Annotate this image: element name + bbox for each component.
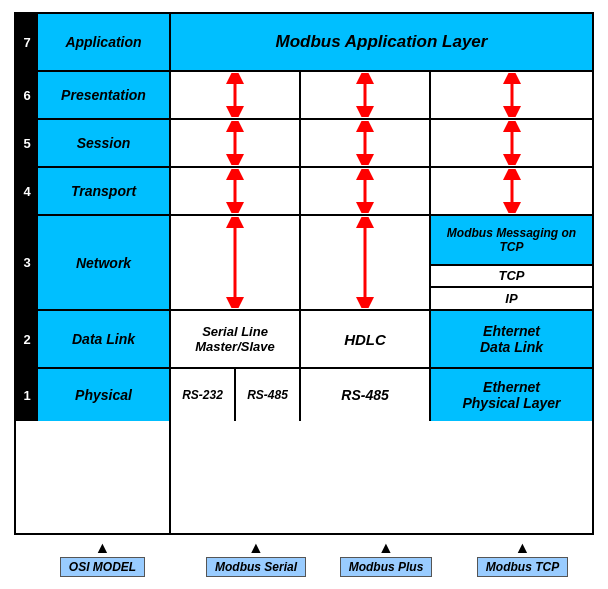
osi-label-transport: Transport [38,168,169,214]
tcp-box: TCP [431,266,592,289]
tcp-network-cell: Modbus Messaging on TCP TCP IP [431,216,592,309]
osi-label-session: Session [38,120,169,166]
osi-label-datalink: Data Link [38,311,169,367]
osi-number-7: 7 [16,14,38,70]
red-arrow-tcp-sess [502,121,522,165]
arrow-up-serial: ▲ [248,539,264,557]
ethernet-datalink-cell: Ehternet Data Link [431,311,592,367]
bottom-text-osi: OSI MODEL [60,557,145,577]
red-arrow-serial-pres [225,73,245,117]
osi-labels: 7 Application 6 Presentation 5 Session 4… [16,14,171,533]
bottom-label-tcp: ▲ Modbus TCP [451,539,594,577]
bottom-label-plus: ▲ Modbus Plus [321,539,451,577]
osi-row-7: 7 Application [16,14,169,72]
app-layer-row: Modbus Application Layer [171,14,592,72]
red-arrow-serial-sess [225,121,245,165]
row-presentation [171,72,592,120]
content-area: Modbus Application Layer [171,14,592,533]
osi-row-1: 1 Physical [16,369,169,421]
serial-pres-cell [171,72,301,118]
red-arrow-hdlc-sess [355,121,375,165]
bottom-label-osi: ▲ OSI MODEL [14,539,191,577]
red-arrow-serial-network [225,217,245,308]
red-arrow-tcp-pres [502,73,522,117]
bottom-label-serial: ▲ Modbus Serial [191,539,321,577]
row-session [171,120,592,168]
arrow-up-osi: ▲ [95,539,111,557]
osi-label-physical: Physical [38,369,169,421]
row-physical: RS-232 RS-485 RS-485 Ethernet Physical L… [171,369,592,421]
osi-label-application: Application [38,14,169,70]
osi-number-3: 3 [16,216,38,309]
osi-row-3: 3 Network [16,216,169,311]
rs232-cell: RS-232 [171,369,236,421]
bottom-text-plus: Modbus Plus [340,557,433,577]
osi-number-1: 1 [16,369,38,421]
osi-row-5: 5 Session [16,120,169,168]
red-arrow-tcp-trans [502,169,522,213]
ip-box: IP [431,288,592,309]
hdlc-datalink-cell: HDLC [301,311,431,367]
serial-datalink-cell: Serial Line Master/Slave [171,311,301,367]
row-transport [171,168,592,216]
app-layer-label: Modbus Application Layer [276,32,488,52]
modbus-msg-tcp-box: Modbus Messaging on TCP [431,216,592,266]
bottom-text-serial: Modbus Serial [206,557,306,577]
red-arrow-serial-trans [225,169,245,213]
osi-number-6: 6 [16,72,38,118]
red-arrow-hdlc-trans [355,169,375,213]
serial-sess-cell [171,120,301,166]
arrow-up-plus: ▲ [378,539,394,557]
rs485b-cell: RS-485 [301,369,431,421]
osi-row-4: 4 Transport [16,168,169,216]
hdlc-network-cell [301,216,431,309]
bottom-labels-row: ▲ OSI MODEL ▲ Modbus Serial ▲ Modbus Plu… [14,541,594,577]
serial-trans-cell [171,168,301,214]
red-arrow-hdlc-network [355,217,375,308]
osi-label-network: Network [38,216,169,309]
osi-number-2: 2 [16,311,38,367]
hdlc-pres-cell [301,72,431,118]
grid-area: 7 Application 6 Presentation 5 Session 4… [14,12,594,535]
row-network: Modbus Messaging on TCP TCP IP [171,216,592,311]
rs485a-cell: RS-485 [236,369,301,421]
osi-number-5: 5 [16,120,38,166]
hdlc-sess-cell [301,120,431,166]
tcp-pres-cell [431,72,592,118]
arrow-up-tcp: ▲ [515,539,531,557]
ethernet-physical-cell: Ethernet Physical Layer [431,369,592,421]
tcp-sess-cell [431,120,592,166]
bottom-text-tcp: Modbus TCP [477,557,568,577]
diagram-container: 7 Application 6 Presentation 5 Session 4… [14,12,594,577]
serial-network-cell [171,216,301,309]
osi-number-4: 4 [16,168,38,214]
tcp-trans-cell [431,168,592,214]
hdlc-trans-cell [301,168,431,214]
row-datalink: Serial Line Master/Slave HDLC Ehternet D… [171,311,592,369]
red-arrow-hdlc-pres [355,73,375,117]
osi-label-presentation: Presentation [38,72,169,118]
osi-row-6: 6 Presentation [16,72,169,120]
osi-row-2: 2 Data Link [16,311,169,369]
